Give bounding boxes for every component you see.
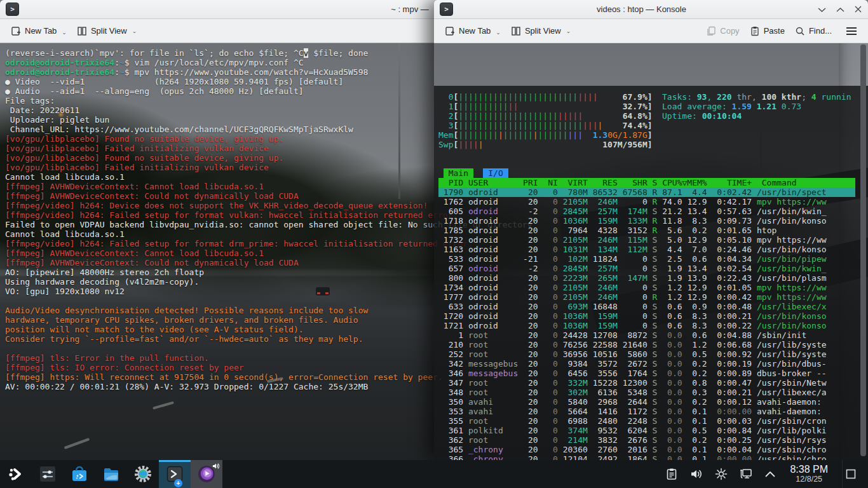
new-tab-button[interactable]: New Tab ⌄	[440, 23, 505, 39]
find-label: Find...	[809, 26, 832, 36]
hamburger-menu-button[interactable]	[841, 24, 862, 39]
copy-icon	[706, 26, 716, 36]
network-tray-icon[interactable]	[739, 468, 753, 480]
new-tab-button[interactable]: New Tab ⌄	[6, 23, 71, 39]
konsole-app-icon: >	[6, 3, 19, 16]
htop-tab-io[interactable]: I/O	[483, 168, 508, 178]
terminal-scrollbar[interactable]	[860, 44, 866, 456]
titlebar-htop-window[interactable]: > videos : htop — Konsole	[434, 0, 868, 19]
meter-swp: Swp[||||| 107M/956M]	[438, 140, 855, 149]
task-group-badge: +	[174, 479, 182, 487]
process-row-1163[interactable]: 1163 odroid 20 0 1031M 134M 112M S 4.4 7…	[438, 245, 855, 254]
find-button[interactable]: Find...	[790, 23, 836, 39]
process-row-355[interactable]: 355 root 20 0 6988 2480 2248 S 0.0 0.1 0…	[438, 416, 855, 426]
process-row-1[interactable]: 1 root 20 0 24428 12708 8872 S 0.0 0.6 0…	[438, 330, 855, 340]
process-row-365[interactable]: 365 _chrony 20 0 20360 2760 2016 S 0.0 0…	[438, 445, 855, 454]
new-tab-icon	[11, 26, 21, 36]
process-row-1762[interactable]: 1762 odroid 20 0 2105M 246M 0 R 74.0 12.…	[438, 197, 855, 207]
process-row-350[interactable]: 350 avahi 20 0 5840 2968 2644 S 0.0 0.2 …	[438, 397, 855, 407]
process-row-533[interactable]: 533 odroid -21 0 102M 11824 0 S 2.5 0.6 …	[438, 254, 855, 264]
process-row-353[interactable]: 353 avahi 20 0 5664 1416 1172 S 0.0 0.1 …	[438, 407, 855, 416]
htop-tab-main[interactable]: Main	[444, 168, 473, 178]
hamburger-menu-icon	[846, 27, 857, 36]
minimize-button[interactable]	[818, 7, 826, 12]
toolbar-htop-window: New Tab ⌄ Split View ⌄ Copy Paste Find..…	[434, 19, 868, 43]
process-row-252[interactable]: 252 root 20 0 36956 10516 5860 S 0.0 0.5…	[438, 349, 855, 359]
digital-clock[interactable]: 8:38 PM 12/8/25	[790, 464, 828, 484]
volume-tray-icon[interactable]	[689, 468, 703, 480]
taskbar-mpv-task[interactable]	[191, 460, 222, 488]
clock-time: 8:38 PM	[790, 464, 828, 475]
process-row-1790[interactable]: 1790 odroid 20 0 780M 86532 67568 R 87.1…	[438, 187, 855, 197]
process-row-361[interactable]: 361 polkitd 20 0 374M 9532 6204 S 0.0 0.…	[438, 426, 855, 435]
taskbar-kickoff-launcher-icon[interactable]	[0, 460, 32, 488]
process-row-633[interactable]: 633 odroid 20 0 693M 16848 0 S 0.6 0.9 0…	[438, 302, 855, 311]
split-view-icon	[77, 26, 87, 36]
maximize-button[interactable]	[836, 7, 844, 12]
split-view-label: Split View	[91, 26, 127, 36]
chevron-down-icon: ⌄	[62, 29, 67, 36]
htop-tab-bar: Main I/O	[438, 168, 855, 178]
process-row-348[interactable]: 348 root 20 0 302M 6136 5348 S 0.0 0.3 0…	[438, 388, 855, 397]
window-title: videos : htop — Konsole	[472, 4, 811, 14]
process-row-210[interactable]: 210 root 20 0 76256 22588 21640 S 0.0 1.…	[438, 340, 855, 349]
brightness-tray-icon[interactable]	[715, 468, 728, 480]
chevron-down-icon: ⌄	[132, 28, 137, 34]
show-desktop-button[interactable]	[842, 460, 859, 488]
process-row-1718[interactable]: 1718 odroid 20 0 1036M 159M 133M R 11.8 …	[438, 216, 855, 226]
paste-button[interactable]: Paste	[745, 23, 789, 39]
taskbar-discover-icon[interactable]	[64, 460, 95, 488]
process-row-346[interactable]: 346 messagebus 20 0 6456 3556 1764 S 0.0…	[438, 369, 855, 378]
process-row-1721[interactable]: 1721 odroid 20 0 1036M 159M 0 S 0.6 8.3 …	[438, 321, 855, 330]
uptime: Uptime: 00:10:04	[662, 111, 851, 121]
taskbar-settings-sliders-icon[interactable]	[32, 460, 64, 488]
process-row-1734[interactable]: 1734 odroid 20 0 2105M 246M 0 S 1.2 12.9…	[438, 283, 855, 292]
split-view-button[interactable]: Split View ⌄	[72, 23, 141, 39]
paste-label: Paste	[764, 26, 785, 36]
process-row-657[interactable]: 657 odroid -2 0 2845M 257M 0 S 1.9 13.4 …	[438, 264, 855, 273]
clock-date: 12/8/25	[790, 475, 828, 484]
copy-button: Copy	[702, 23, 743, 39]
load-average: Load average: 1.59 1.21 0.73	[662, 102, 851, 111]
split-view-button[interactable]: Split View ⌄	[506, 23, 575, 39]
clipboard-tray-icon[interactable]	[665, 468, 678, 480]
process-row-362[interactable]: 362 root 20 0 214M 3832 2676 S 0.0 0.2 0…	[438, 435, 855, 445]
taskbar-dolphin-icon[interactable]	[95, 460, 127, 488]
process-row-1732[interactable]: 1732 odroid 20 0 2105M 246M 115M S 5.0 1…	[438, 235, 855, 245]
expand-chevron-icon[interactable]	[764, 470, 776, 478]
search-icon	[795, 26, 805, 36]
process-row-347[interactable]: 347 root 20 0 332M 15228 12300 S 0.0 0.8…	[438, 378, 855, 388]
process-row-1720[interactable]: 1720 odroid 20 0 1036M 159M 0 S 0.6 8.3 …	[438, 311, 855, 321]
split-view-icon	[511, 26, 521, 36]
taskbar-system-settings-icon[interactable]	[127, 460, 159, 488]
tasks-summary: Tasks: 93, 220 thr, 100 kthr; 4 runnin	[662, 92, 851, 102]
close-button[interactable]	[855, 6, 862, 13]
sort-column-cpu: CPU%▽	[662, 178, 687, 187]
taskbar-konsole-task[interactable]: +	[159, 460, 191, 488]
taskbar-panel: + 8:38 PM 12/8/25	[0, 460, 868, 488]
meter-3: 3[||||||||||||||||||||||||||||| 74.4%]	[438, 121, 855, 130]
meter-mem: Mem[||||||||||||||||||||||||| 1.30G/1.87…	[438, 130, 855, 140]
process-row-1785[interactable]: 1785 odroid 20 0 7964 4328 3152 R 5.6 0.…	[438, 226, 855, 235]
htop-terminal[interactable]: 0[|||||||||||||||||||||||||||| 67.9%] 1[…	[434, 86, 868, 488]
chevron-down-icon: ⌄	[496, 29, 501, 36]
new-tab-label: New Tab	[25, 26, 57, 36]
process-row-800[interactable]: 800 odroid 20 0 2223M 265M 147M S 1.9 13…	[438, 273, 855, 283]
copy-label: Copy	[720, 26, 739, 36]
paste-icon	[750, 26, 760, 36]
konsole-window-htop: > videos : htop — Konsole New Tab ⌄ Spli…	[434, 0, 868, 460]
new-tab-icon	[445, 26, 455, 36]
process-row-605[interactable]: 605 odroid -2 0 2845M 257M 174M S 21.2 1…	[438, 207, 855, 216]
process-row-1777[interactable]: 1777 odroid 20 0 2105M 246M 0 R 1.2 12.9…	[438, 292, 855, 302]
chevron-down-icon: ⌄	[566, 28, 571, 34]
audio-playing-icon[interactable]	[212, 461, 220, 473]
process-table-header[interactable]: PID USER PRI NI VIRT RES SHR S CPU%▽MEM%…	[438, 178, 855, 187]
show-desktop-icon	[846, 469, 856, 479]
konsole-app-icon: >	[440, 3, 453, 16]
process-row-342[interactable]: 342 messagebus 20 0 9384 3572 2672 S 0.0…	[438, 359, 855, 369]
new-tab-label: New Tab	[459, 26, 491, 36]
split-view-label: Split View	[525, 26, 561, 36]
